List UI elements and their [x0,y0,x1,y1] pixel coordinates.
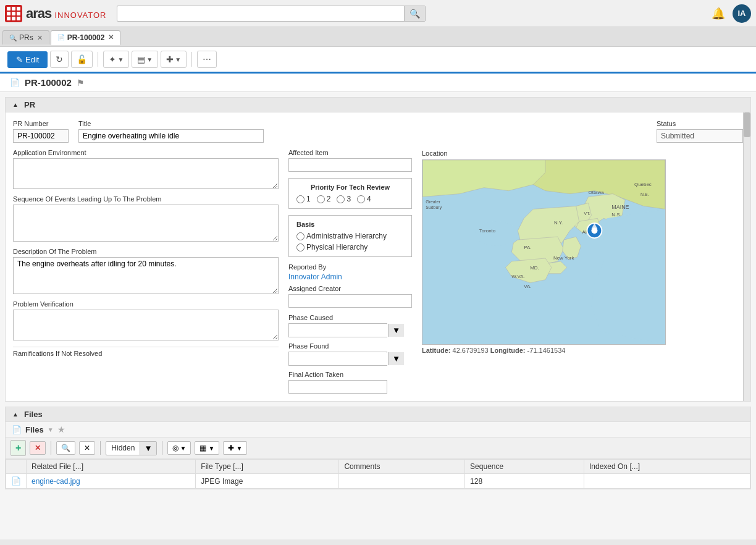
clear-file-button[interactable]: ✕ [79,441,95,455]
notification-icon[interactable]: 🔔 [712,7,725,20]
more-button[interactable]: ⋯ [197,51,217,68]
latitude-label: Latitude: [422,347,450,354]
priority-1-radio[interactable] [296,195,304,203]
pr-section-header[interactable]: ▲ PR [6,98,750,112]
tab-pr-100002[interactable]: 📄 PR-100002 ✕ [51,30,121,45]
title-field-group: Title [78,120,647,143]
map-column: Location [422,149,669,394]
add-file-button[interactable]: + [10,440,26,456]
status-field-group: Status [657,120,743,143]
desc-problem-textarea[interactable]: The engine overheats after idling for 20… [13,257,279,294]
files-star-button[interactable]: ★ [57,425,65,434]
ramifications-label: Ramifications If Not Resolved [13,347,279,357]
pr-section-body: PR Number Title Status [6,112,750,401]
phase-caused-input[interactable] [289,324,388,337]
hidden-label: Hidden [106,442,140,454]
priority-2-option[interactable]: 2 [317,195,331,203]
svg-text:Ottawa: Ottawa [589,190,605,195]
hidden-dropdown-button[interactable]: ▼ [140,442,156,455]
app-env-field-group: Application Environment [13,149,279,189]
row-file-type-cell: JPEG Image [196,474,339,489]
priority-3-radio[interactable] [337,195,345,203]
problem-verif-label: Problem Verification [13,300,279,308]
status-input[interactable] [657,129,743,143]
priority-1-option[interactable]: 1 [296,195,311,203]
priority-4-option[interactable]: 4 [357,195,371,203]
logo-grid [5,5,22,22]
title-input[interactable] [78,129,264,143]
left-column: Application Environment Sequence Of Even… [13,149,279,394]
col-comments[interactable]: Comments [339,460,465,474]
files-collapse-icon[interactable]: ▲ [12,411,19,418]
phase-found-field-group: Phase Found ▼ [288,342,412,366]
svg-text:N.Y.: N.Y. [554,220,563,226]
final-action-input[interactable] [288,380,387,394]
basis-physical-option[interactable]: Physical Hierarchy [296,243,404,251]
col-sequence[interactable]: Sequence [465,460,584,474]
tab-prs-close[interactable]: ✕ [37,34,43,42]
toolbar-sep [51,441,51,455]
file-row-icon: 📄 [11,476,21,486]
files-section: ▲ Files 📄 Files ▼ ★ + ✕ 🔍 ✕ Hidden ▼ [5,407,751,489]
tab-pr-100002-close[interactable]: ✕ [108,33,114,41]
files-dropdown-arrow[interactable]: ▼ [48,426,54,433]
user-avatar[interactable]: IA [733,4,751,23]
tab-prs-label: PRs [19,33,33,42]
form-row-2: Application Environment Sequence Of Even… [13,149,743,394]
edit-button[interactable]: ✎ Edit [7,51,48,68]
search-bar: 🔍 [117,6,426,22]
search-button[interactable]: 🔍 [404,6,425,21]
refresh-button[interactable]: ↻ [50,51,69,68]
relations-button[interactable]: ✚ ▼ [161,51,187,68]
app-env-textarea[interactable] [13,158,279,189]
pr-section: ▲ PR PR Number Title [5,97,751,402]
assigned-creator-input[interactable] [288,294,412,308]
search-input[interactable] [117,7,404,20]
priority-2-radio[interactable] [317,195,325,203]
col-related-file[interactable]: Related File [...] [27,460,196,474]
right-scrollbar[interactable] [743,112,750,401]
priority-title: Priority For Tech Review [296,184,404,191]
priority-4-radio[interactable] [357,195,365,203]
assigned-creator-label: Assigned Creator [288,285,412,292]
tree-button[interactable]: ✦ ▼ [103,51,129,68]
file-doc-icon: 📄 [12,425,22,434]
share-button[interactable]: ✚ ▼ [223,441,247,455]
target-button[interactable]: ◎ ▼ [167,441,191,455]
delete-file-button[interactable]: ✕ [30,441,46,455]
svg-text:Toronto: Toronto [479,228,496,234]
basis-physical-radio[interactable] [296,243,304,251]
basis-admin-radio[interactable] [296,232,304,240]
svg-text:MD.: MD. [530,265,539,271]
tab-prs[interactable]: 🔍 PRs ✕ [2,30,49,44]
unlock-button[interactable]: 🔓 [71,51,93,68]
priority-3-option[interactable]: 3 [337,195,351,203]
svg-text:MAINE: MAINE [611,204,629,210]
col-indexed-on[interactable]: Indexed On [...] [584,460,750,474]
reported-by-link[interactable]: Innovator Admin [288,272,412,281]
phase-found-input[interactable] [289,353,388,365]
layout-button[interactable]: ▦ ▼ [195,441,219,455]
basis-admin-option[interactable]: Administrative Hierarchy [296,232,404,240]
problem-verif-textarea[interactable] [13,310,279,340]
table-row: 📄 engine-cad.jpg JPEG Image 128 [6,474,750,489]
affected-item-input[interactable] [288,158,412,172]
files-section-title: Files [24,410,43,419]
phase-found-dropdown[interactable]: ▼ [388,352,404,365]
phase-caused-dropdown[interactable]: ▼ [388,324,404,337]
seq-events-textarea[interactable] [13,205,279,242]
form-row-1: PR Number Title Status [13,120,743,143]
document-icon: 📄 [57,34,65,41]
edit-pencil-icon: ✎ [16,55,23,64]
col-file-type[interactable]: File Type [...] [196,460,339,474]
svg-text:New York: New York [553,255,574,261]
svg-text:Greater: Greater [426,200,440,204]
pr-number-input[interactable] [13,129,69,143]
document-id: PR-100002 [25,77,72,88]
pr-section-title: PR [24,100,35,109]
search-file-button[interactable]: 🔍 [56,441,75,455]
file-name-link[interactable]: engine-cad.jpg [32,477,80,486]
map-image[interactable]: MAINE N.S. Quebec N.B. VT. N.Y. PA. MD. … [422,159,666,345]
toolbar: ✎ Edit ↻ 🔓 ✦ ▼ ▤ ▼ ✚ ▼ ⋯ [0,47,756,74]
chart-button[interactable]: ▤ ▼ [132,51,158,68]
